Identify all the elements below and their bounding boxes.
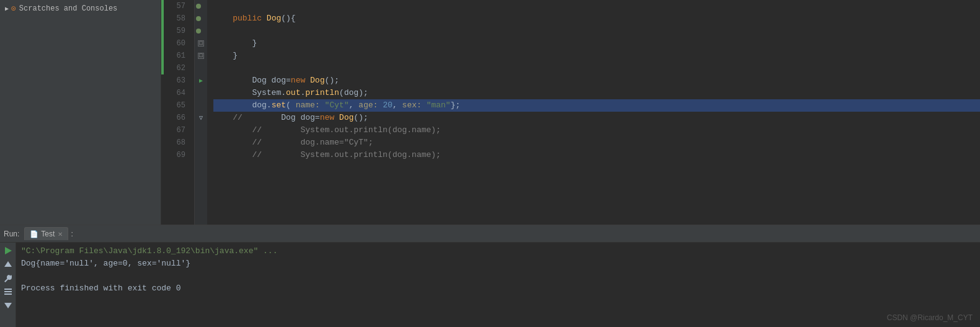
code-token-plain: (){ — [281, 12, 295, 25]
line-number: 59 — [164, 25, 189, 37]
code-line: dog.set( name: "Cyt", age: 20, sex: "man… — [213, 99, 980, 112]
code-token-cm: // — [213, 112, 243, 124]
code-line — [213, 62, 980, 74]
code-token-plain: ( — [286, 99, 296, 112]
gutter-bar-segment — [161, 0, 164, 74]
gutter-row — [195, 12, 207, 25]
gutter-row — [195, 137, 207, 149]
run-output-line — [21, 270, 975, 282]
scratches-consoles-header[interactable]: ▶ ⊙ Scratches and Consoles — [0, 0, 161, 17]
gutter-row: ▶ — [195, 74, 207, 87]
code-token-fn: Dog — [310, 74, 324, 87]
line-number: 57 — [164, 0, 189, 12]
gutter-fold-icon[interactable]: □ — [198, 53, 204, 59]
code-line: public Dog(){ — [213, 12, 980, 25]
svg-rect-2 — [4, 289, 12, 290]
run-tab[interactable]: 📄 Test ✕ — [24, 227, 68, 240]
gutter-row — [195, 124, 207, 137]
gutter-row — [195, 25, 207, 37]
line-number: 66 — [164, 112, 189, 124]
code-token-fn: println — [305, 87, 339, 99]
code-token-kw: new — [291, 74, 310, 87]
run-up-button[interactable] — [2, 259, 14, 270]
line-number: 61 — [164, 50, 189, 62]
code-token-cm: // dog.name="CyT"; — [213, 137, 373, 149]
code-token-param-name: age: — [359, 99, 378, 112]
code-token-kw: new — [320, 112, 339, 124]
code-token-plain: Dog dog= — [213, 74, 291, 87]
gutter-bookmark-icon — [196, 29, 201, 34]
gutter-row: ▽ — [195, 112, 207, 124]
code-token-plain: (); — [354, 112, 368, 124]
gutter-row — [195, 0, 207, 12]
run-list-button[interactable] — [2, 286, 14, 297]
code-token-plain: } — [213, 50, 238, 62]
code-token-fn: Dog — [339, 112, 354, 124]
code-line: } — [213, 50, 980, 62]
sidebar-title: Scratches and Consoles — [19, 4, 117, 13]
gutter-arrow-icon: ▶ — [199, 77, 203, 84]
svg-rect-3 — [4, 291, 12, 292]
line-number: 65 — [164, 99, 189, 112]
code-line: // Dog dog=new Dog(); — [213, 112, 980, 124]
run-output-line: Dog{name='null', age=0, sex='null'} — [21, 258, 975, 270]
code-token-plain: dog. — [213, 99, 272, 112]
code-token-param-name: name: — [296, 99, 320, 112]
code-token-plain: System. — [213, 87, 286, 99]
run-output-line: Process finished with exit code 0 — [21, 282, 975, 295]
line-number: 60 — [164, 37, 189, 50]
run-side-buttons — [0, 243, 16, 327]
scratches-folder-icon: ⊙ — [11, 4, 16, 14]
sidebar: ▶ ⊙ Scratches and Consoles — [0, 0, 161, 225]
gutter-bookmark-icon — [196, 16, 201, 21]
line-number: 64 — [164, 87, 189, 99]
run-tab-icon: 📄 — [30, 230, 38, 238]
line-number: 68 — [164, 137, 189, 149]
code-line — [213, 25, 980, 37]
code-token-fn: out — [286, 87, 300, 99]
code-token-plain: , — [349, 99, 359, 112]
code-token-plain: }; — [450, 99, 460, 112]
code-line: // System.out.println(dog.name); — [213, 149, 980, 161]
code-token-fn: set — [272, 99, 286, 112]
line-number: 67 — [164, 124, 189, 137]
run-label: Run: — [4, 230, 19, 238]
gutter-row — [195, 62, 207, 74]
code-line: Dog dog=new Dog(); — [213, 74, 980, 87]
gutter-fold-arrow-icon[interactable]: ▽ — [199, 114, 203, 122]
svg-marker-1 — [4, 261, 12, 267]
code-token-fn: Dog — [267, 12, 281, 25]
main-area: ▶ ⊙ Scratches and Consoles 5758596061626… — [0, 0, 980, 225]
code-line: // dog.name="CyT"; — [213, 137, 980, 149]
run-tab-close-icon[interactable]: ✕ — [58, 231, 63, 238]
gutter-bar — [161, 0, 164, 225]
gutter-row: □ — [195, 50, 207, 62]
gutter-row — [195, 87, 207, 99]
run-tab-label: Test — [41, 230, 55, 238]
code-content[interactable]: public Dog(){ } } Dog dog=new Dog(); Sys… — [207, 0, 980, 225]
gutter-fold-icon[interactable]: □ — [198, 40, 204, 47]
code-token-plain: (); — [324, 74, 339, 87]
code-token-plain: (dog); — [339, 87, 368, 99]
line-number: 69 — [164, 149, 189, 161]
run-play-button[interactable] — [2, 245, 14, 256]
svg-marker-0 — [5, 247, 12, 254]
gutter-bookmark-icon — [196, 4, 201, 9]
code-token-plain — [378, 99, 383, 112]
sidebar-arrow-icon: ▶ — [5, 5, 9, 12]
run-wrench-button[interactable] — [2, 272, 14, 284]
run-down-button[interactable] — [2, 300, 14, 311]
watermark: CSDN @Ricardo_M_CYT — [887, 313, 973, 322]
code-token-num: 20 — [383, 99, 393, 112]
code-token-plain: Dog dog= — [243, 112, 320, 124]
gutter-row — [195, 149, 207, 161]
run-content: "C:\Program Files\Java\jdk1.8.0_192\bin\… — [0, 243, 980, 327]
code-token-kw: public — [213, 12, 267, 25]
code-token-plain — [422, 99, 427, 112]
code-line: } — [213, 37, 980, 50]
run-tab-more: : — [71, 230, 73, 238]
code-token-cm: // System.out.println(dog.name); — [213, 149, 441, 161]
code-view[interactable]: 57585960616263646566676869 □□▶▽ public D… — [161, 0, 980, 225]
code-line: // System.out.println(dog.name); — [213, 124, 980, 137]
line-number: 62 — [164, 62, 189, 74]
